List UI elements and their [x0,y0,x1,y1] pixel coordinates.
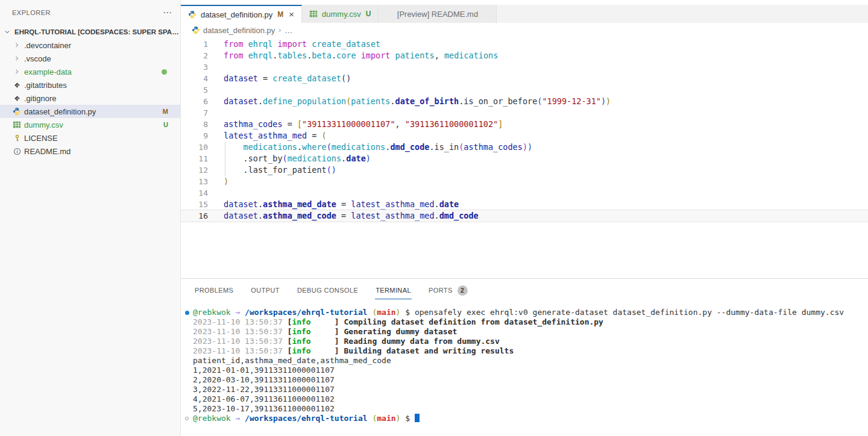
code-line-11: 11 .sort_by(medications.date) [181,153,868,164]
terminal-line-2: 2023-11-10 13:50:37 [info ] Compiling da… [181,317,868,327]
file-label: dataset_definition.py [24,107,96,116]
panel-tab-label: PROBLEMS [195,287,233,294]
csv-icon [309,10,318,19]
code-line-8: 8asthma_codes = ["39113311000001107", "3… [181,119,868,130]
tab-label: dummy.csv [322,10,361,19]
code-line-6: 6dataset.define_population(patients.date… [181,96,868,107]
bottom-panel: PROBLEMSOUTPUTDEBUG CONSOLETERMINALPORTS… [181,278,868,436]
file-label: example-data [24,67,72,76]
code-line-9: 9latest_asthma_med = ( [181,130,868,142]
file-label: .vscode [24,54,51,63]
code-text: dataset.asthma_med_code = latest_asthma_… [208,210,479,222]
code-line-2: 2from ehrql.tables.beta.core import pati… [181,50,868,61]
line-number: 15 [181,199,208,210]
file-tree: .devcontainer.vscodeexample-data.gitattr… [0,39,180,158]
terminal-line-6: patient_id,asthma_med_date,asthma_med_co… [181,356,868,366]
workspace-root-row[interactable]: EHRQL-TUTORIAL [CODESPACES: SUPER SPACE … [0,25,180,39]
code-text: .last_for_patient() [208,164,336,176]
code-line-7: 7 [181,107,868,119]
tab-dummy.csv[interactable]: dummy.csvU [302,5,379,23]
panel-tab-DEBUG CONSOLE[interactable]: DEBUG CONSOLE [297,281,359,299]
tab-[Preview] README.md[interactable]: [Preview] README.md [379,5,497,23]
file-row-.gitignore[interactable]: .gitignore [0,92,180,105]
file-label: .gitattributes [24,81,67,90]
panel-tab-PORTS[interactable]: PORTS2 [428,279,468,301]
csv-icon [12,120,22,129]
tab-dataset_definition.py[interactable]: dataset_definition.pyM× [181,5,302,23]
line-number: 6 [181,96,208,107]
terminal-line-4: 2023-11-10 13:50:37 [info ] Reading dumm… [181,337,868,346]
chevron-down-icon [2,29,12,35]
file-row-dummy.csv[interactable]: dummy.csvU [0,118,180,131]
panel-tab-TERMINAL[interactable]: TERMINAL [375,281,412,299]
git-icon [12,80,22,90]
chevron-right-icon [12,42,22,48]
panel-tab-OUTPUT[interactable]: OUTPUT [250,281,280,299]
folder-row-.devcontainer[interactable]: .devcontainer [0,39,180,52]
line-number: 9 [181,130,208,142]
code-text: asthma_codes = ["39113311000001107", "39… [208,119,503,130]
code-line-13: 13) [181,176,868,187]
more-actions-icon[interactable]: ⋯ [163,10,172,16]
code-line-14: 14 [181,187,868,199]
code-editor[interactable]: 1from ehrql import create_dataset2from e… [181,37,868,278]
file-row-README.md[interactable]: README.md [0,145,180,158]
terminal-line-8: 2,2020-03-10,39113311000001107 [181,375,868,385]
tab-label: dataset_definition.py [201,10,272,19]
workspace-root-label: EHRQL-TUTORIAL [CODESPACES: SUPER SPACE … [14,28,180,36]
code-line-15: 15dataset.asthma_med_date = latest_asthm… [181,199,868,210]
code-text: dataset.define_population(patients.date_… [208,96,611,107]
breadcrumb[interactable]: dataset_definition.py › … [181,23,868,37]
dirty-indicator-badge: M [277,10,283,19]
code-text [208,107,224,119]
code-text [208,84,224,96]
terminal-line-7: 1,2021-01-01,39113311000001107 [181,366,868,375]
command-decoration-icon [185,311,189,315]
folder-row-example-data[interactable]: example-data [0,65,180,78]
terminal-line-10: 4,2021-06-07,39113611000001102 [181,394,868,404]
line-number: 8 [181,119,208,130]
code-text: latest_asthma_med = ( [208,130,327,142]
file-row-LICENSE[interactable]: LICENSE [0,131,180,145]
terminal-line-11: 5,2023-10-17,39113611000001102 [181,404,868,414]
code-text: medications.where(medications.dmd_code.i… [208,142,532,153]
file-label: dummy.csv [24,120,63,129]
dirty-indicator-badge: U [366,10,371,18]
line-number: 3 [181,61,208,73]
folder-row-.vscode[interactable]: .vscode [0,52,180,65]
code-text: dataset.asthma_med_date = latest_asthma_… [208,199,459,210]
code-line-1: 1from ehrql import create_dataset [181,39,868,50]
panel-tab-label: OUTPUT [251,287,280,294]
panel-tab-bar: PROBLEMSOUTPUTDEBUG CONSOLETERMINALPORTS… [181,279,868,301]
terminal-cursor [415,414,420,422]
python-icon [12,107,22,116]
code-line-12: 12 .last_for_patient() [181,164,868,176]
file-label: .devcontainer [24,41,71,50]
code-line-4: 4dataset = create_dataset() [181,73,868,84]
line-number: 7 [181,107,208,119]
code-text: dataset = create_dataset() [208,73,351,84]
panel-tab-label: TERMINAL [376,287,411,294]
line-number: 14 [181,187,208,199]
file-row-dataset_definition.py[interactable]: dataset_definition.pyM [0,105,180,118]
python-icon [192,26,200,34]
panel-tab-PROBLEMS[interactable]: PROBLEMS [194,281,234,299]
breadcrumb-ellipsis[interactable]: … [285,26,292,35]
tab-label: [Preview] README.md [397,10,478,19]
line-number: 11 [181,153,208,164]
terminal-line-5: 2023-11-10 13:50:37 [info ] Building dat… [181,346,868,356]
code-text [208,187,224,199]
terminal-line-12: @rebkwok → /workspaces/ehrql-tutorial (m… [181,414,868,423]
close-icon[interactable]: × [289,11,294,18]
code-line-16: 16dataset.asthma_med_code = latest_asthm… [181,210,868,222]
line-number: 5 [181,84,208,96]
python-icon [188,10,197,19]
chevron-right-icon [12,69,22,75]
terminal[interactable]: @rebkwok → /workspaces/ehrql-tutorial (m… [181,308,868,436]
code-line-10: 10 medications.where(medications.dmd_cod… [181,142,868,153]
chevron-right-icon [12,55,22,61]
file-row-.gitattributes[interactable]: .gitattributes [0,78,180,92]
code-text: .sort_by(medications.date) [208,153,371,164]
code-text: from ehrql.tables.beta.core import patie… [208,50,498,61]
breadcrumb-file[interactable]: dataset_definition.py [203,26,275,35]
